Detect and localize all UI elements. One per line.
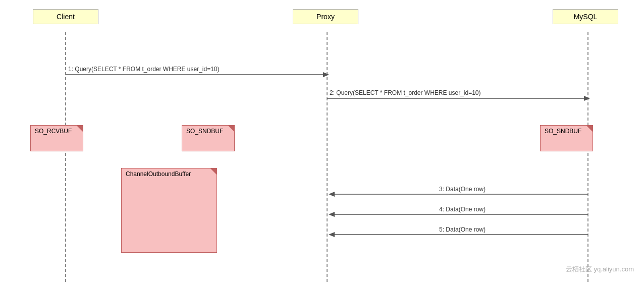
- arrow4-label: 4: Data(One row): [439, 206, 486, 213]
- svg-marker-10: [329, 212, 335, 217]
- diagram-container: Client Proxy MySQL 1: Query(SELECT * FRO…: [0, 0, 644, 284]
- note-so-rcvbuf: SO_RCVBUF: [30, 125, 83, 151]
- arrow5-label: 5: Data(One row): [439, 226, 486, 233]
- lifeline-proxy: Proxy: [293, 9, 358, 24]
- note-channel-outbound: ChannelOutboundBuffer: [121, 168, 217, 253]
- note-so-sndbuf-proxy: SO_SNDBUF: [182, 125, 235, 151]
- lifeline-client: Client: [33, 9, 98, 24]
- arrow3-label: 3: Data(One row): [439, 186, 486, 193]
- arrow1-label: 1: Query(SELECT * FROM t_order WHERE use…: [68, 66, 220, 73]
- svg-marker-8: [329, 192, 335, 197]
- svg-marker-6: [584, 96, 590, 101]
- lifeline-mysql: MySQL: [553, 9, 618, 24]
- svg-marker-4: [323, 72, 329, 77]
- svg-marker-12: [329, 232, 335, 237]
- watermark: 云栖社区 yq.aliyun.com: [566, 265, 634, 274]
- arrow2-label: 2: Query(SELECT * FROM t_order WHERE use…: [330, 89, 481, 96]
- note-so-sndbuf-mysql: SO_SNDBUF: [540, 125, 593, 151]
